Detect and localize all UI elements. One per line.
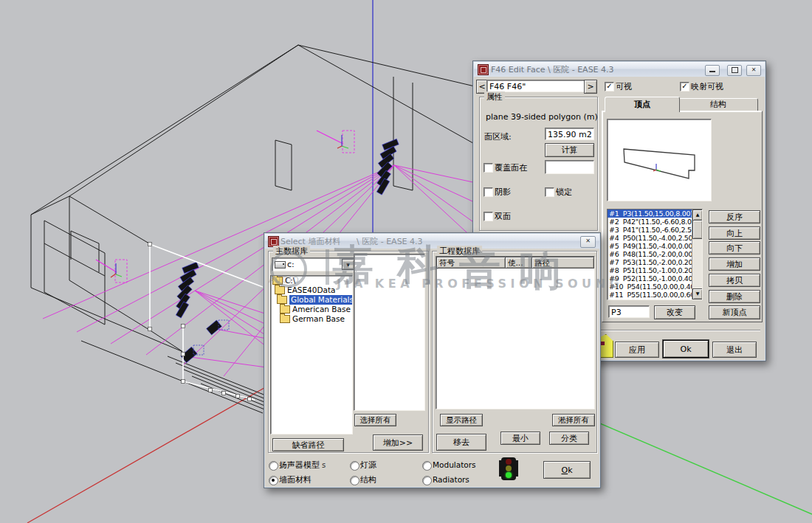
remove-button[interactable]: 移去	[436, 434, 486, 451]
radio-wall-material[interactable]	[269, 476, 278, 485]
tab-vertices[interactable]: 顶点	[605, 97, 680, 112]
drive-value: c:	[287, 260, 295, 269]
delete-vertex-button[interactable]: 删除	[709, 290, 760, 303]
coat-checkbox[interactable]	[484, 163, 493, 173]
ease-logo-icon	[478, 64, 489, 75]
scrollbar-thumb[interactable]	[692, 220, 703, 239]
tab-structure[interactable]: 结构	[678, 98, 758, 111]
vertex-row[interactable]: #10 P54(11.50,0.00,0.40)	[608, 283, 692, 291]
stray-s-text: s	[322, 461, 326, 469]
folder-icon	[272, 277, 283, 285]
column-path[interactable]: 路径	[532, 257, 594, 269]
mapped-visible-label: 映射可视	[691, 81, 723, 92]
radio-radiators[interactable]	[422, 476, 432, 485]
minimize-list-button[interactable]: 最小	[500, 432, 540, 445]
column-use[interactable]: 使...	[506, 257, 532, 269]
new-vertex-button[interactable]: 新顶点	[709, 305, 760, 319]
drive-icon	[275, 261, 286, 269]
vertex-row[interactable]: #8 P51(11.50,-1.00,0.20)	[608, 266, 692, 274]
radio-structure-label: 结构	[360, 474, 376, 485]
column-symbol[interactable]: 符号	[436, 257, 506, 269]
apply-button[interactable]: 应用	[615, 342, 659, 358]
area-label: 面区域:	[484, 131, 512, 142]
radio-speaker-model[interactable]	[269, 461, 278, 471]
reverse-button[interactable]: 反序	[709, 210, 760, 224]
calc-button[interactable]: 计算	[545, 143, 594, 157]
vertex-row[interactable]: #7 P53(11.50,-2.00,0.20)	[608, 258, 692, 266]
mapped-visible-checkbox[interactable]: ✓	[680, 82, 689, 91]
show-path-button[interactable]: 显示路径	[440, 414, 483, 426]
area-value-field: 135.90 m2	[545, 128, 594, 140]
visible-label: 可视	[616, 81, 632, 92]
dropdown-arrow-button[interactable]: ▼	[342, 259, 354, 270]
vertex-row[interactable]: #4 P50(11.50,-4.00,2.50)	[608, 234, 692, 242]
folder-icon	[275, 286, 285, 294]
available-items-list[interactable]	[354, 254, 425, 411]
main-db-label: 主数据库	[273, 246, 310, 257]
tree-item[interactable]: EASE40Data	[271, 285, 352, 295]
visible-checkbox[interactable]: ✓	[605, 82, 614, 91]
folder-icon	[280, 315, 290, 323]
next-face-button[interactable]: >	[584, 80, 597, 94]
add-vertex-button[interactable]: 增加	[709, 257, 760, 271]
face-preview-polygon	[608, 120, 709, 199]
radio-structure[interactable]	[350, 476, 359, 485]
coat-field[interactable]	[545, 160, 594, 174]
face-name-field[interactable]: F46 F46"	[486, 80, 585, 92]
radio-speaker-label: 扬声器模型	[279, 460, 320, 471]
vertex-list[interactable]: #1 P3(11.50,15.00,8.00) #2 P42"(11.50,-6…	[607, 209, 703, 300]
select-titlebar[interactable]: Select 墙面材料 \ 医院 - EASE 4.3 ✕	[265, 234, 599, 249]
vertex-row[interactable]: #6 P48(11.50,-2.00,0.00)	[608, 250, 692, 258]
vertex-row[interactable]: #1 P3(11.50,15.00,8.00)	[608, 209, 692, 218]
scroll-up-button[interactable]: ▲	[692, 209, 703, 221]
exit-button[interactable]: 退出	[712, 342, 757, 358]
radio-modulators[interactable]	[422, 461, 432, 471]
scroll-down-button[interactable]: ▼	[692, 288, 703, 299]
lock-checkbox[interactable]	[545, 187, 554, 197]
select-material-dialog[interactable]: Select 墙面材料 \ 医院 - EASE 4.3 ✕ 主数据库 c: ▼ …	[264, 232, 601, 488]
tree-item[interactable]: German Base	[271, 314, 352, 324]
move-up-button[interactable]: 向上	[709, 226, 760, 240]
minimize-button[interactable]	[705, 65, 720, 76]
default-path-button[interactable]: 缺省路径	[272, 438, 344, 451]
select-body: 主数据库 c: ▼ C:\ EASE40Data Global Material…	[265, 249, 599, 487]
drive-dropdown[interactable]: c: ▼	[272, 257, 356, 271]
change-vertex-button[interactable]: 改变	[654, 305, 695, 319]
vertex-tab-control: 顶点 结构 #1 P3(11.50,15.00,8.00) #2	[602, 97, 763, 322]
sort-button[interactable]: 分类	[549, 432, 589, 445]
vertex-row[interactable]: #5 P49(11.50,-4.00,0.00)	[608, 242, 692, 250]
vertex-row[interactable]: #11 P55(11.50,0.00,0.60)	[608, 291, 692, 299]
move-down-button[interactable]: 向下	[709, 241, 760, 254]
project-db-label: 工程数据库	[437, 246, 482, 257]
ok-button[interactable]: Ok	[662, 339, 709, 359]
double-checkbox[interactable]	[484, 212, 493, 221]
add-items-button[interactable]: 增加>>	[373, 434, 423, 451]
close-button[interactable]: ✕	[580, 236, 596, 248]
restore-button[interactable]	[727, 65, 742, 76]
vertex-name-field[interactable]: P3	[608, 305, 650, 318]
close-button[interactable]: ✕	[746, 65, 761, 76]
traffic-light-icon	[501, 457, 516, 480]
green-light	[506, 472, 512, 478]
vertex-scrollbar[interactable]: ▲ ▼	[692, 209, 702, 299]
radio-light-source[interactable]	[350, 461, 359, 471]
folder-icon	[277, 296, 287, 304]
tree-item[interactable]: C:\	[271, 276, 352, 285]
select-all2-button[interactable]: 淞择所有	[552, 414, 595, 426]
project-db-group: 工程数据库 符号 使... 路径 显示路径 淞择所有 移去 最小 分类	[432, 251, 597, 453]
ok-button[interactable]: Ok	[543, 461, 591, 479]
vertex-row[interactable]: #9 P52(11.50,-1.00,0.40)	[608, 274, 692, 283]
select-title-right: \ 医院 - EASE 4.3	[357, 236, 423, 247]
select-all-button[interactable]: 选择所有	[354, 414, 396, 426]
f46-titlebar[interactable]: F46 Edit Face \ 医院 - EASE 4.3 ✕	[474, 62, 765, 77]
copy-vertex-button[interactable]: 拷贝	[709, 274, 760, 287]
vertex-row[interactable]: #2 P42"(11.50,-6.60,8.00)	[608, 218, 692, 226]
selected-face-outline[interactable]	[148, 243, 264, 401]
vertex-row[interactable]: #3 P41"(11.50,-6.60,2.50)	[608, 226, 692, 234]
close-icon: ✕	[751, 66, 757, 73]
project-items-list[interactable]: 符号 使... 路径	[436, 256, 595, 409]
speaker-single-icons	[181, 320, 229, 363]
red-light	[506, 459, 512, 465]
folder-tree[interactable]: C:\ EASE40Data Global Materials40 Americ…	[270, 275, 353, 434]
shadow-checkbox[interactable]	[484, 187, 493, 197]
